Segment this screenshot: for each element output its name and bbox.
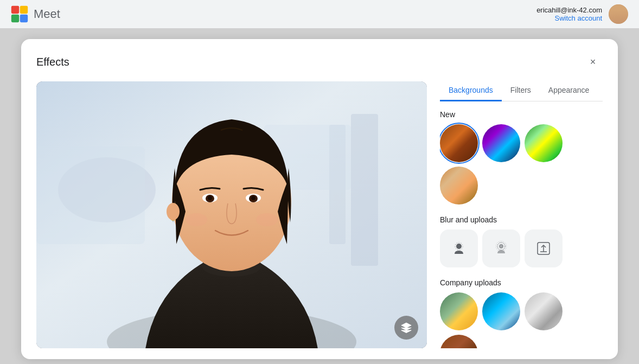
section-blur-title: Blur and uploads [440,215,600,224]
switch-account-link[interactable]: Switch account [536,14,602,22]
meet-icon [11,5,28,23]
blur-slight[interactable] [440,229,478,267]
tab-filters[interactable]: Filters [502,81,540,101]
background-company-2[interactable] [482,292,520,330]
section-blur: Blur and uploads [440,215,600,267]
main-area: Effects × [0,28,639,364]
close-icon: × [590,56,596,68]
thumb-new-1-wrapper [440,124,478,162]
svg-point-21 [256,213,278,226]
tabs-bar: Backgrounds Filters Appearance [440,81,603,101]
svg-point-18 [208,196,212,200]
background-new-1[interactable] [440,124,478,162]
blur-full[interactable] [482,229,520,267]
layers-icon [400,322,412,334]
avatar-image [609,4,628,24]
layers-button[interactable] [394,316,418,340]
section-company-title: Company uploads [440,278,600,287]
app-logo: Meet [11,5,60,23]
account-section: ericahill@ink-42.com Switch account [536,4,628,24]
background-new-4[interactable] [440,167,478,205]
background-new-3[interactable] [525,124,563,162]
svg-rect-6 [351,114,378,266]
svg-point-20 [186,213,207,226]
upload-icon [536,241,551,256]
video-preview [36,81,427,348]
panel-content: New Blur and uploads [440,110,603,348]
background-new-2[interactable] [482,124,520,162]
dialog-header: Effects × [36,52,603,72]
company-thumbnails [440,292,600,348]
tab-appearance[interactable]: Appearance [540,81,598,101]
svg-rect-2 [11,15,19,22]
right-panel: Backgrounds Filters Appearance New [440,81,603,348]
svg-rect-8 [36,146,145,244]
background-company-3[interactable] [525,292,563,330]
background-company-1[interactable] [440,292,478,330]
dialog-body: Backgrounds Filters Appearance New [36,81,603,348]
svg-rect-3 [20,15,28,22]
section-company: Company uploads [440,278,600,348]
blur-slight-icon [451,241,467,256]
avatar[interactable] [609,4,628,24]
account-info: ericahill@ink-42.com Switch account [536,6,602,22]
close-button[interactable]: × [583,52,603,72]
blur-full-icon [494,241,509,256]
new-thumbnails [440,124,600,205]
dialog-title: Effects [36,56,69,68]
svg-point-24 [456,244,462,249]
account-email: ericahill@ink-42.com [536,6,602,14]
section-new-title: New [440,110,600,119]
video-frame [36,81,427,348]
svg-rect-1 [20,6,28,14]
background-company-4[interactable] [440,335,478,348]
svg-point-23 [167,203,180,220]
upload-background[interactable] [525,229,563,267]
svg-rect-0 [11,6,19,14]
topbar: Meet ericahill@ink-42.com Switch account [0,0,639,28]
svg-point-19 [251,196,255,200]
section-new: New [440,110,600,205]
tab-backgrounds[interactable]: Backgrounds [440,81,502,101]
person-svg [36,81,427,348]
effects-dialog: Effects × [21,39,618,359]
blur-thumbnails [440,229,600,267]
app-title: Meet [34,7,60,21]
